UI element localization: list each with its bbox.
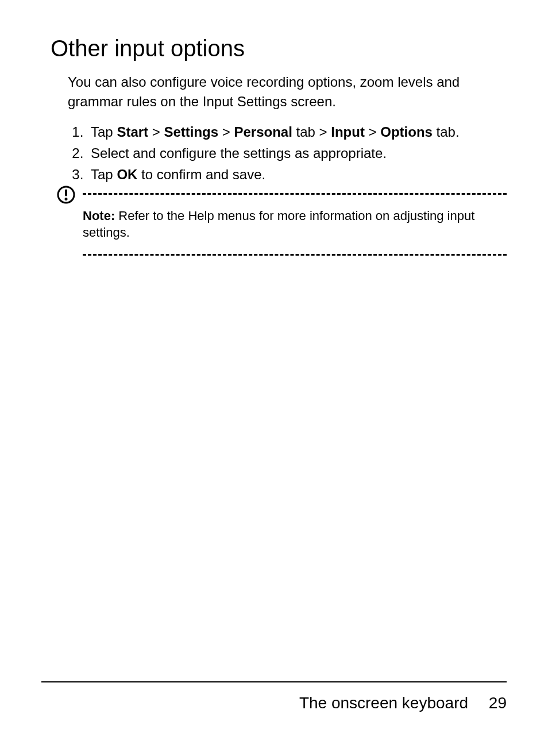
note-block: Note: Refer to the Help menus for more i… [56, 193, 507, 256]
step-1-text-3: > [218, 124, 234, 140]
step-1-bold-start: Start [117, 124, 148, 140]
footer-rule [41, 681, 507, 682]
step-1-text-4: tab > [292, 124, 331, 140]
step-3-bold-ok: OK [117, 167, 137, 182]
alert-icon [56, 185, 76, 205]
step-list: Tap Start > Settings > Personal tab > In… [68, 122, 507, 184]
page-footer: The onscreen keyboard 29 [41, 681, 507, 712]
note-divider-bottom [83, 254, 507, 256]
footer-section-name: The onscreen keyboard [299, 694, 468, 712]
step-1-bold-personal: Personal [234, 124, 292, 140]
note-text: Refer to the Help menus for more informa… [83, 209, 474, 240]
step-1-text-5: > [365, 124, 380, 140]
note-label: Note: [83, 209, 115, 223]
step-1: Tap Start > Settings > Personal tab > In… [87, 122, 507, 142]
step-1-bold-options: Options [380, 124, 433, 140]
step-3-text-1: Tap [91, 167, 117, 182]
document-page: Other input options You can also configu… [0, 0, 548, 756]
note-paragraph: Note: Refer to the Help menus for more i… [83, 207, 507, 241]
step-1-bold-input: Input [331, 124, 365, 140]
footer-page-number: 29 [489, 694, 507, 712]
page-heading: Other input options [51, 34, 507, 62]
step-3: Tap OK to confirm and save. [87, 165, 507, 185]
step-2: Select and configure the settings as app… [87, 144, 507, 164]
intro-paragraph: You can also configure voice recording o… [68, 72, 507, 111]
svg-rect-1 [65, 189, 67, 196]
step-1-text-2: > [148, 124, 164, 140]
step-1-text-1: Tap [91, 124, 117, 140]
step-1-text-6: tab. [433, 124, 460, 140]
step-1-bold-settings: Settings [164, 124, 218, 140]
note-divider-top [83, 193, 507, 195]
svg-point-2 [65, 198, 68, 200]
step-3-text-2: to confirm and save. [137, 167, 265, 182]
